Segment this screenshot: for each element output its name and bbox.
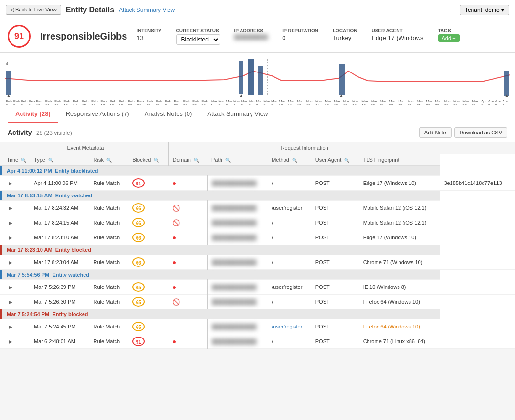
expand-cell[interactable]: ▶ bbox=[3, 280, 30, 295]
tls-cell bbox=[440, 201, 515, 215]
expand-cell[interactable]: ▶ bbox=[3, 176, 30, 191]
expand-button[interactable]: ▶ bbox=[7, 299, 14, 305]
user-agent-cell: Mobile Safari 12 (iOS 12.1) bbox=[359, 215, 441, 230]
time-cell: Mar 7 5:26:39 PM bbox=[30, 280, 89, 295]
section-label: Mar 17 8:53:15 AM Entity watched bbox=[3, 191, 440, 201]
path-cell: / bbox=[268, 255, 312, 270]
expand-button[interactable]: ▶ bbox=[7, 205, 14, 211]
date-label: Feb 17 bbox=[100, 99, 109, 105]
type-cell: Rule Match bbox=[90, 215, 129, 230]
risk-filter-icon[interactable]: 🔍 bbox=[106, 158, 112, 163]
type-cell: Rule Match bbox=[90, 295, 129, 309]
top-bar-left: ◁ Back to Live View Entity Details Attac… bbox=[6, 5, 175, 15]
tls-cell: 3e185b41c1418c77e113 bbox=[440, 176, 515, 191]
risk-badge: 66 bbox=[132, 233, 145, 242]
method-cell: POST bbox=[312, 295, 359, 309]
path-cell: /user/register bbox=[268, 280, 312, 295]
date-label: Mar 8 bbox=[263, 99, 271, 105]
risk-badge: 65 bbox=[132, 297, 145, 307]
risk-cell: 66 bbox=[128, 255, 168, 270]
expand-button[interactable]: ▶ bbox=[7, 220, 14, 225]
date-label: Feb 10 bbox=[36, 99, 45, 105]
location-group: LOCATION Turkey bbox=[333, 28, 357, 41]
activity-title: Activity bbox=[8, 129, 32, 136]
expand-button[interactable]: ▶ bbox=[7, 285, 14, 290]
expand-button[interactable]: ▶ bbox=[7, 235, 14, 240]
date-label: Mar 3 bbox=[226, 99, 233, 105]
tags-add-button[interactable]: Add + bbox=[438, 34, 460, 42]
back-button[interactable]: ◁ Back to Live View bbox=[6, 5, 61, 15]
download-csv-button[interactable]: Download as CSV bbox=[454, 127, 507, 138]
blocked-cell: 🚫 bbox=[168, 215, 208, 230]
path-cell: / bbox=[268, 176, 312, 191]
date-label: Mar 19 bbox=[361, 99, 370, 105]
user-agent-cell: Edge 17 (Windows 10) bbox=[359, 176, 441, 191]
time-filter-icon[interactable]: 🔍 bbox=[21, 158, 26, 163]
date-label: Mar 25 bbox=[417, 99, 426, 105]
date-label: Mar 26 bbox=[426, 99, 435, 105]
date-label: Mar 1 bbox=[210, 99, 218, 105]
user-agent-filter-icon[interactable]: 🔍 bbox=[344, 158, 349, 163]
user-agent-cell: IE 10 (Windows 8) bbox=[359, 280, 441, 295]
risk-cell: 66 bbox=[128, 201, 168, 215]
date-label: Mar 4 bbox=[233, 99, 241, 105]
add-note-button[interactable]: Add Note bbox=[419, 127, 452, 138]
chart-area: 4 - ▲ ▲ ▲ ▲ Feb 6 Feb 7 Feb 8 Feb 9 Feb … bbox=[0, 53, 515, 105]
tls-cell bbox=[440, 295, 515, 309]
user-agent-cell: Edge 17 (Windows 10) bbox=[359, 230, 441, 245]
tab-activity[interactable]: Activity (28) bbox=[8, 105, 58, 123]
method-cell: POST bbox=[312, 176, 359, 191]
blocked-cell: ● bbox=[168, 176, 208, 191]
expand-button[interactable]: ▶ bbox=[7, 339, 14, 344]
type-filter-icon[interactable]: 🔍 bbox=[48, 158, 53, 163]
tags-label: TAGS bbox=[438, 28, 460, 33]
attack-summary-link[interactable]: Attack Summary View bbox=[119, 7, 175, 13]
blocked-cell: ● bbox=[168, 230, 208, 245]
tab-attack-summary[interactable]: Attack Summary View bbox=[200, 105, 275, 123]
date-label: Feb 15 bbox=[82, 99, 91, 105]
time-cell: Mar 7 5:24:45 PM bbox=[30, 319, 89, 334]
date-label: Mar 22 bbox=[389, 99, 398, 105]
expand-cell[interactable]: ▶ bbox=[3, 295, 30, 309]
expand-button[interactable]: ▶ bbox=[7, 260, 14, 265]
date-label: Feb 23 bbox=[156, 99, 165, 105]
tab-responsive-actions[interactable]: Responsive Actions (7) bbox=[58, 105, 137, 123]
blocked-dot-icon: ● bbox=[172, 283, 176, 291]
date-label: Mar 31 bbox=[472, 99, 481, 105]
domain-filter-icon[interactable]: 🔍 bbox=[194, 158, 199, 163]
expand-cell[interactable]: ▶ bbox=[3, 334, 30, 349]
path-cell: /user/register bbox=[268, 319, 312, 334]
svg-rect-0 bbox=[6, 71, 11, 95]
expand-cell[interactable]: ▶ bbox=[3, 215, 30, 230]
score-circle: 91 bbox=[8, 25, 31, 48]
date-label: Feb 12 bbox=[54, 99, 63, 105]
expand-cell[interactable]: ▶ bbox=[3, 201, 30, 215]
date-label: Mar 5 bbox=[241, 99, 249, 105]
user-agent-cell: Firefox 64 (Windows 10) bbox=[359, 295, 441, 309]
page-title: Entity Details bbox=[66, 6, 114, 14]
ip-label: IP ADDRESS bbox=[234, 28, 268, 33]
status-select[interactable]: Blacklisted Watched Blocked Normal bbox=[176, 34, 220, 45]
expand-cell[interactable]: ▶ bbox=[3, 255, 30, 270]
method-header: Method 🔍 bbox=[268, 154, 312, 166]
blocked-dot-icon: ● bbox=[172, 338, 176, 345]
blocked-filter-icon[interactable]: 🔍 bbox=[154, 158, 159, 163]
tenant-button[interactable]: Tenant: demo ▾ bbox=[460, 5, 509, 15]
table-row: ▶ Mar 7 5:26:39 PM Rule Match 65 ● █████… bbox=[0, 280, 515, 295]
expand-cell[interactable]: ▶ bbox=[3, 319, 30, 334]
date-label: Mar 23 bbox=[398, 99, 407, 105]
svg-text:▲: ▲ bbox=[504, 93, 509, 98]
tls-cell bbox=[440, 255, 515, 270]
expand-button[interactable]: ▶ bbox=[7, 181, 14, 186]
activity-table: Event Metadata Request Information Time … bbox=[0, 142, 515, 349]
risk-badge: 65 bbox=[132, 322, 145, 331]
method-filter-icon[interactable]: 🔍 bbox=[292, 158, 297, 163]
expand-button[interactable]: ▶ bbox=[7, 324, 14, 329]
tab-analyst-notes[interactable]: Analyst Notes (0) bbox=[137, 105, 200, 123]
expand-cell[interactable]: ▶ bbox=[3, 230, 30, 245]
svg-text:-: - bbox=[6, 77, 7, 82]
path-cell: / bbox=[268, 295, 312, 309]
path-filter-icon[interactable]: 🔍 bbox=[225, 158, 231, 163]
date-label: Mar 29 bbox=[453, 99, 462, 105]
date-label: Feb 21 bbox=[137, 99, 146, 105]
